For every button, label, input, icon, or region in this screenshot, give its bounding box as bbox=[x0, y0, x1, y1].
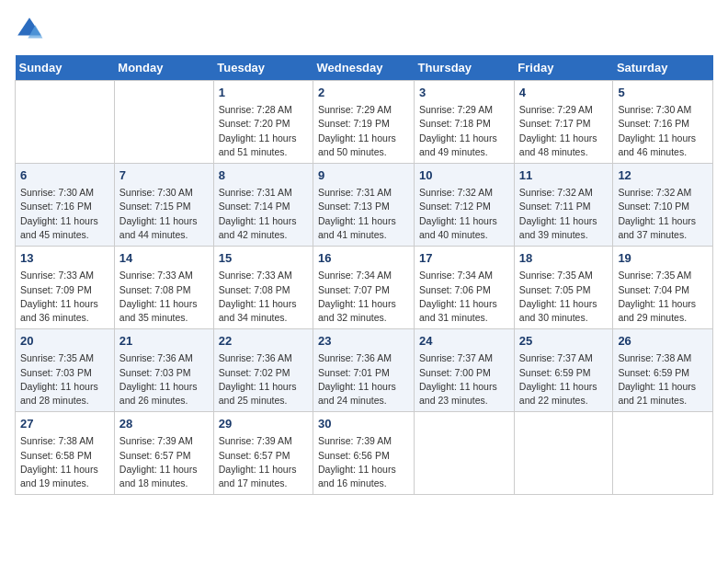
weekday-header-thursday: Thursday bbox=[415, 55, 515, 81]
weekday-header-saturday: Saturday bbox=[613, 55, 713, 81]
calendar-cell: 12Sunrise: 7:32 AM Sunset: 7:10 PM Dayli… bbox=[613, 164, 713, 247]
calendar-cell: 9Sunrise: 7:31 AM Sunset: 7:13 PM Daylig… bbox=[313, 164, 415, 247]
day-number: 29 bbox=[219, 416, 308, 432]
day-info: Sunrise: 7:30 AM Sunset: 7:16 PM Dayligh… bbox=[618, 103, 708, 159]
day-number: 5 bbox=[618, 85, 708, 101]
day-number: 12 bbox=[618, 167, 708, 184]
day-info: Sunrise: 7:37 AM Sunset: 7:00 PM Dayligh… bbox=[419, 351, 509, 408]
day-number: 20 bbox=[20, 333, 109, 350]
calendar-cell: 8Sunrise: 7:31 AM Sunset: 7:14 PM Daylig… bbox=[213, 164, 313, 247]
day-number: 23 bbox=[318, 333, 409, 350]
calendar-cell: 17Sunrise: 7:34 AM Sunset: 7:06 PM Dayli… bbox=[415, 247, 515, 329]
day-number: 6 bbox=[20, 167, 109, 184]
day-info: Sunrise: 7:36 AM Sunset: 7:01 PM Dayligh… bbox=[318, 351, 409, 408]
day-number: 25 bbox=[519, 333, 609, 350]
day-number: 16 bbox=[318, 250, 409, 267]
calendar-cell: 14Sunrise: 7:33 AM Sunset: 7:08 PM Dayli… bbox=[114, 247, 213, 329]
day-number: 26 bbox=[618, 333, 708, 350]
calendar-cell: 5Sunrise: 7:30 AM Sunset: 7:16 PM Daylig… bbox=[613, 81, 713, 164]
calendar-cell: 20Sunrise: 7:35 AM Sunset: 7:03 PM Dayli… bbox=[16, 329, 115, 412]
day-number: 8 bbox=[219, 167, 308, 184]
day-number: 9 bbox=[318, 167, 409, 184]
calendar-cell: 6Sunrise: 7:30 AM Sunset: 7:16 PM Daylig… bbox=[16, 164, 115, 247]
calendar-cell: 21Sunrise: 7:36 AM Sunset: 7:03 PM Dayli… bbox=[114, 329, 213, 412]
day-info: Sunrise: 7:31 AM Sunset: 7:13 PM Dayligh… bbox=[318, 186, 409, 242]
day-info: Sunrise: 7:35 AM Sunset: 7:04 PM Dayligh… bbox=[618, 269, 708, 325]
calendar-cell: 27Sunrise: 7:38 AM Sunset: 6:58 PM Dayli… bbox=[16, 412, 115, 495]
day-number: 2 bbox=[318, 85, 409, 101]
day-info: Sunrise: 7:32 AM Sunset: 7:10 PM Dayligh… bbox=[618, 186, 708, 242]
day-info: Sunrise: 7:39 AM Sunset: 6:56 PM Dayligh… bbox=[318, 434, 409, 490]
day-info: Sunrise: 7:39 AM Sunset: 6:57 PM Dayligh… bbox=[219, 434, 308, 490]
day-number: 27 bbox=[20, 416, 109, 432]
day-number: 21 bbox=[119, 333, 209, 350]
calendar-cell: 15Sunrise: 7:33 AM Sunset: 7:08 PM Dayli… bbox=[213, 247, 313, 329]
weekday-header-friday: Friday bbox=[514, 55, 613, 81]
day-info: Sunrise: 7:32 AM Sunset: 7:11 PM Dayligh… bbox=[519, 186, 609, 242]
calendar-cell: 7Sunrise: 7:30 AM Sunset: 7:15 PM Daylig… bbox=[114, 164, 213, 247]
day-info: Sunrise: 7:29 AM Sunset: 7:19 PM Dayligh… bbox=[318, 103, 409, 159]
day-number: 17 bbox=[419, 250, 509, 267]
day-info: Sunrise: 7:33 AM Sunset: 7:09 PM Dayligh… bbox=[20, 269, 109, 325]
weekday-header-tuesday: Tuesday bbox=[213, 55, 313, 81]
day-info: Sunrise: 7:30 AM Sunset: 7:16 PM Dayligh… bbox=[20, 186, 109, 242]
calendar-cell bbox=[114, 81, 213, 164]
day-info: Sunrise: 7:34 AM Sunset: 7:06 PM Dayligh… bbox=[419, 269, 509, 325]
weekday-header-row: SundayMondayTuesdayWednesdayThursdayFrid… bbox=[16, 55, 713, 81]
logo bbox=[15, 15, 48, 44]
day-info: Sunrise: 7:32 AM Sunset: 7:12 PM Dayligh… bbox=[419, 186, 509, 242]
day-info: Sunrise: 7:28 AM Sunset: 7:20 PM Dayligh… bbox=[219, 103, 308, 159]
day-info: Sunrise: 7:31 AM Sunset: 7:14 PM Dayligh… bbox=[219, 186, 308, 242]
day-info: Sunrise: 7:29 AM Sunset: 7:18 PM Dayligh… bbox=[419, 103, 509, 159]
day-number: 1 bbox=[219, 85, 308, 101]
calendar-cell: 4Sunrise: 7:29 AM Sunset: 7:17 PM Daylig… bbox=[514, 81, 613, 164]
calendar-cell: 29Sunrise: 7:39 AM Sunset: 6:57 PM Dayli… bbox=[213, 412, 313, 495]
calendar-cell bbox=[514, 412, 613, 495]
calendar-cell: 22Sunrise: 7:36 AM Sunset: 7:02 PM Dayli… bbox=[213, 329, 313, 412]
calendar-week-row: 20Sunrise: 7:35 AM Sunset: 7:03 PM Dayli… bbox=[16, 329, 713, 412]
day-number: 11 bbox=[519, 167, 609, 184]
calendar-cell: 24Sunrise: 7:37 AM Sunset: 7:00 PM Dayli… bbox=[415, 329, 515, 412]
calendar-week-row: 13Sunrise: 7:33 AM Sunset: 7:09 PM Dayli… bbox=[16, 247, 713, 329]
calendar-week-row: 6Sunrise: 7:30 AM Sunset: 7:16 PM Daylig… bbox=[16, 164, 713, 247]
calendar-cell: 23Sunrise: 7:36 AM Sunset: 7:01 PM Dayli… bbox=[313, 329, 415, 412]
day-number: 24 bbox=[419, 333, 509, 350]
calendar-cell: 26Sunrise: 7:38 AM Sunset: 6:59 PM Dayli… bbox=[613, 329, 713, 412]
calendar-week-row: 1Sunrise: 7:28 AM Sunset: 7:20 PM Daylig… bbox=[16, 81, 713, 164]
day-number: 3 bbox=[419, 85, 509, 101]
calendar-week-row: 27Sunrise: 7:38 AM Sunset: 6:58 PM Dayli… bbox=[16, 412, 713, 495]
day-info: Sunrise: 7:39 AM Sunset: 6:57 PM Dayligh… bbox=[119, 434, 209, 490]
day-info: Sunrise: 7:37 AM Sunset: 6:59 PM Dayligh… bbox=[519, 351, 609, 408]
page-header bbox=[15, 15, 713, 44]
day-info: Sunrise: 7:36 AM Sunset: 7:03 PM Dayligh… bbox=[119, 351, 209, 408]
calendar-cell: 19Sunrise: 7:35 AM Sunset: 7:04 PM Dayli… bbox=[613, 247, 713, 329]
calendar-cell: 3Sunrise: 7:29 AM Sunset: 7:18 PM Daylig… bbox=[415, 81, 515, 164]
day-number: 10 bbox=[419, 167, 509, 184]
day-number: 4 bbox=[519, 85, 609, 101]
calendar-cell: 18Sunrise: 7:35 AM Sunset: 7:05 PM Dayli… bbox=[514, 247, 613, 329]
day-number: 28 bbox=[119, 416, 209, 432]
calendar-cell: 2Sunrise: 7:29 AM Sunset: 7:19 PM Daylig… bbox=[313, 81, 415, 164]
calendar-cell bbox=[613, 412, 713, 495]
day-info: Sunrise: 7:35 AM Sunset: 7:05 PM Dayligh… bbox=[519, 269, 609, 325]
day-info: Sunrise: 7:29 AM Sunset: 7:17 PM Dayligh… bbox=[519, 103, 609, 159]
calendar-cell: 16Sunrise: 7:34 AM Sunset: 7:07 PM Dayli… bbox=[313, 247, 415, 329]
calendar-cell: 1Sunrise: 7:28 AM Sunset: 7:20 PM Daylig… bbox=[213, 81, 313, 164]
logo-icon bbox=[15, 15, 44, 44]
day-info: Sunrise: 7:33 AM Sunset: 7:08 PM Dayligh… bbox=[119, 269, 209, 325]
calendar-table: SundayMondayTuesdayWednesdayThursdayFrid… bbox=[15, 55, 713, 495]
weekday-header-wednesday: Wednesday bbox=[313, 55, 415, 81]
calendar-cell: 10Sunrise: 7:32 AM Sunset: 7:12 PM Dayli… bbox=[415, 164, 515, 247]
day-info: Sunrise: 7:34 AM Sunset: 7:07 PM Dayligh… bbox=[318, 269, 409, 325]
day-number: 18 bbox=[519, 250, 609, 267]
calendar-cell: 11Sunrise: 7:32 AM Sunset: 7:11 PM Dayli… bbox=[514, 164, 613, 247]
day-info: Sunrise: 7:35 AM Sunset: 7:03 PM Dayligh… bbox=[20, 351, 109, 408]
calendar-cell bbox=[415, 412, 515, 495]
day-number: 14 bbox=[119, 250, 209, 267]
day-info: Sunrise: 7:30 AM Sunset: 7:15 PM Dayligh… bbox=[119, 186, 209, 242]
day-info: Sunrise: 7:36 AM Sunset: 7:02 PM Dayligh… bbox=[219, 351, 308, 408]
weekday-header-sunday: Sunday bbox=[16, 55, 115, 81]
calendar-cell: 30Sunrise: 7:39 AM Sunset: 6:56 PM Dayli… bbox=[313, 412, 415, 495]
day-number: 15 bbox=[219, 250, 308, 267]
calendar-cell: 25Sunrise: 7:37 AM Sunset: 6:59 PM Dayli… bbox=[514, 329, 613, 412]
